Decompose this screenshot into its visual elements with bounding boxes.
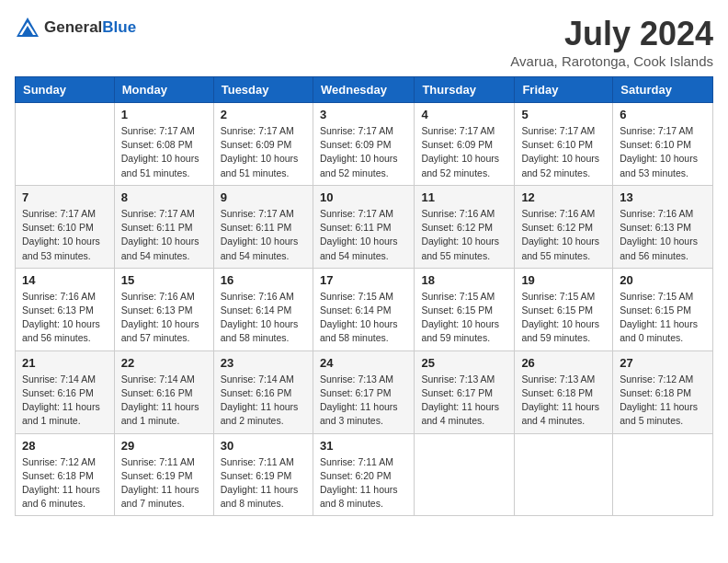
table-row: 10Sunrise: 7:17 AM Sunset: 6:11 PM Dayli… <box>313 185 414 268</box>
day-number: 10 <box>320 190 407 204</box>
day-info: Sunrise: 7:12 AM Sunset: 6:18 PM Dayligh… <box>620 373 706 429</box>
table-row <box>415 433 515 516</box>
day-info: Sunrise: 7:16 AM Sunset: 6:12 PM Dayligh… <box>521 207 606 263</box>
day-info: Sunrise: 7:12 AM Sunset: 6:18 PM Dayligh… <box>22 455 108 511</box>
day-info: Sunrise: 7:17 AM Sunset: 6:11 PM Dayligh… <box>121 207 207 263</box>
calendar-week-row: 14Sunrise: 7:16 AM Sunset: 6:13 PM Dayli… <box>16 268 713 350</box>
day-number: 23 <box>221 356 306 370</box>
table-row: 1Sunrise: 7:17 AM Sunset: 6:08 PM Daylig… <box>114 103 213 186</box>
day-info: Sunrise: 7:17 AM Sunset: 6:09 PM Dayligh… <box>221 124 306 180</box>
day-number: 24 <box>320 356 407 370</box>
day-number: 19 <box>521 273 606 287</box>
day-info: Sunrise: 7:11 AM Sunset: 6:20 PM Dayligh… <box>320 455 407 511</box>
day-info: Sunrise: 7:15 AM Sunset: 6:15 PM Dayligh… <box>421 290 507 346</box>
table-row: 16Sunrise: 7:16 AM Sunset: 6:14 PM Dayli… <box>213 268 313 350</box>
day-info: Sunrise: 7:14 AM Sunset: 6:16 PM Dayligh… <box>22 373 108 429</box>
day-info: Sunrise: 7:11 AM Sunset: 6:19 PM Dayligh… <box>221 455 306 511</box>
day-info: Sunrise: 7:15 AM Sunset: 6:15 PM Dayligh… <box>521 290 606 346</box>
table-row: 28Sunrise: 7:12 AM Sunset: 6:18 PM Dayli… <box>16 433 115 516</box>
page-header: GeneralBlue July 2024 Avarua, Rarotonga,… <box>15 15 713 69</box>
table-row: 21Sunrise: 7:14 AM Sunset: 6:16 PM Dayli… <box>16 350 115 433</box>
day-number: 20 <box>620 273 706 287</box>
day-number: 31 <box>320 439 407 453</box>
table-row: 4Sunrise: 7:17 AM Sunset: 6:09 PM Daylig… <box>415 103 515 186</box>
day-number: 28 <box>22 439 108 453</box>
table-row: 20Sunrise: 7:15 AM Sunset: 6:15 PM Dayli… <box>613 268 713 350</box>
calendar-week-row: 28Sunrise: 7:12 AM Sunset: 6:18 PM Dayli… <box>16 433 713 516</box>
day-info: Sunrise: 7:16 AM Sunset: 6:13 PM Dayligh… <box>121 290 207 346</box>
table-row: 30Sunrise: 7:11 AM Sunset: 6:19 PM Dayli… <box>213 433 313 516</box>
table-row: 11Sunrise: 7:16 AM Sunset: 6:12 PM Dayli… <box>415 185 515 268</box>
day-info: Sunrise: 7:15 AM Sunset: 6:14 PM Dayligh… <box>320 290 407 346</box>
title-section: July 2024 Avarua, Rarotonga, Cook Island… <box>510 15 713 69</box>
day-number: 27 <box>620 356 706 370</box>
calendar-week-row: 7Sunrise: 7:17 AM Sunset: 6:10 PM Daylig… <box>16 185 713 268</box>
location-title: Avarua, Rarotonga, Cook Islands <box>510 53 713 69</box>
day-info: Sunrise: 7:11 AM Sunset: 6:19 PM Dayligh… <box>121 455 207 511</box>
day-number: 9 <box>221 190 306 204</box>
day-number: 15 <box>121 273 207 287</box>
day-number: 21 <box>22 356 108 370</box>
table-row: 31Sunrise: 7:11 AM Sunset: 6:20 PM Dayli… <box>313 433 414 516</box>
day-number: 25 <box>421 356 507 370</box>
day-number: 3 <box>320 108 407 121</box>
table-row: 7Sunrise: 7:17 AM Sunset: 6:10 PM Daylig… <box>16 185 115 268</box>
day-number: 17 <box>320 273 407 287</box>
logo-icon <box>15 15 40 40</box>
header-tuesday: Tuesday <box>213 77 313 103</box>
table-row: 24Sunrise: 7:13 AM Sunset: 6:17 PM Dayli… <box>313 350 414 433</box>
table-row: 23Sunrise: 7:14 AM Sunset: 6:16 PM Dayli… <box>213 350 313 433</box>
table-row: 18Sunrise: 7:15 AM Sunset: 6:15 PM Dayli… <box>415 268 515 350</box>
day-info: Sunrise: 7:16 AM Sunset: 6:12 PM Dayligh… <box>421 207 507 263</box>
day-info: Sunrise: 7:17 AM Sunset: 6:09 PM Dayligh… <box>421 124 507 180</box>
day-info: Sunrise: 7:16 AM Sunset: 6:13 PM Dayligh… <box>22 290 108 346</box>
calendar-header-row: Sunday Monday Tuesday Wednesday Thursday… <box>16 77 713 103</box>
day-info: Sunrise: 7:16 AM Sunset: 6:14 PM Dayligh… <box>221 290 306 346</box>
day-info: Sunrise: 7:14 AM Sunset: 6:16 PM Dayligh… <box>221 373 306 429</box>
day-number: 18 <box>421 273 507 287</box>
table-row <box>515 433 613 516</box>
table-row: 26Sunrise: 7:13 AM Sunset: 6:18 PM Dayli… <box>515 350 613 433</box>
header-thursday: Thursday <box>415 77 515 103</box>
table-row: 25Sunrise: 7:13 AM Sunset: 6:17 PM Dayli… <box>415 350 515 433</box>
table-row: 14Sunrise: 7:16 AM Sunset: 6:13 PM Dayli… <box>16 268 115 350</box>
day-info: Sunrise: 7:17 AM Sunset: 6:10 PM Dayligh… <box>22 207 108 263</box>
header-saturday: Saturday <box>613 77 713 103</box>
table-row: 13Sunrise: 7:16 AM Sunset: 6:13 PM Dayli… <box>613 185 713 268</box>
table-row: 27Sunrise: 7:12 AM Sunset: 6:18 PM Dayli… <box>613 350 713 433</box>
month-title: July 2024 <box>510 15 713 53</box>
table-row: 5Sunrise: 7:17 AM Sunset: 6:10 PM Daylig… <box>515 103 613 186</box>
day-number: 5 <box>521 108 606 121</box>
logo-general: General <box>44 18 102 36</box>
header-monday: Monday <box>114 77 213 103</box>
day-number: 2 <box>221 108 306 121</box>
day-number: 1 <box>121 108 207 121</box>
table-row <box>16 103 115 186</box>
day-number: 7 <box>22 190 108 204</box>
table-row: 2Sunrise: 7:17 AM Sunset: 6:09 PM Daylig… <box>213 103 313 186</box>
table-row: 9Sunrise: 7:17 AM Sunset: 6:11 PM Daylig… <box>213 185 313 268</box>
table-row: 12Sunrise: 7:16 AM Sunset: 6:12 PM Dayli… <box>515 185 613 268</box>
table-row: 29Sunrise: 7:11 AM Sunset: 6:19 PM Dayli… <box>114 433 213 516</box>
header-wednesday: Wednesday <box>313 77 414 103</box>
day-info: Sunrise: 7:17 AM Sunset: 6:08 PM Dayligh… <box>121 124 207 180</box>
day-info: Sunrise: 7:13 AM Sunset: 6:17 PM Dayligh… <box>421 373 507 429</box>
table-row: 22Sunrise: 7:14 AM Sunset: 6:16 PM Dayli… <box>114 350 213 433</box>
day-number: 22 <box>121 356 207 370</box>
day-info: Sunrise: 7:17 AM Sunset: 6:10 PM Dayligh… <box>521 124 606 180</box>
day-number: 11 <box>421 190 507 204</box>
day-info: Sunrise: 7:17 AM Sunset: 6:11 PM Dayligh… <box>221 207 306 263</box>
day-number: 30 <box>221 439 306 453</box>
table-row <box>613 433 713 516</box>
day-info: Sunrise: 7:13 AM Sunset: 6:18 PM Dayligh… <box>521 373 606 429</box>
table-row: 8Sunrise: 7:17 AM Sunset: 6:11 PM Daylig… <box>114 185 213 268</box>
table-row: 3Sunrise: 7:17 AM Sunset: 6:09 PM Daylig… <box>313 103 414 186</box>
day-number: 26 <box>521 356 606 370</box>
day-info: Sunrise: 7:13 AM Sunset: 6:17 PM Dayligh… <box>320 373 407 429</box>
logo: GeneralBlue <box>15 15 136 40</box>
logo-blue: Blue <box>102 18 136 36</box>
day-info: Sunrise: 7:17 AM Sunset: 6:09 PM Dayligh… <box>320 124 407 180</box>
day-info: Sunrise: 7:16 AM Sunset: 6:13 PM Dayligh… <box>620 207 706 263</box>
day-info: Sunrise: 7:15 AM Sunset: 6:15 PM Dayligh… <box>620 290 706 346</box>
calendar-week-row: 21Sunrise: 7:14 AM Sunset: 6:16 PM Dayli… <box>16 350 713 433</box>
